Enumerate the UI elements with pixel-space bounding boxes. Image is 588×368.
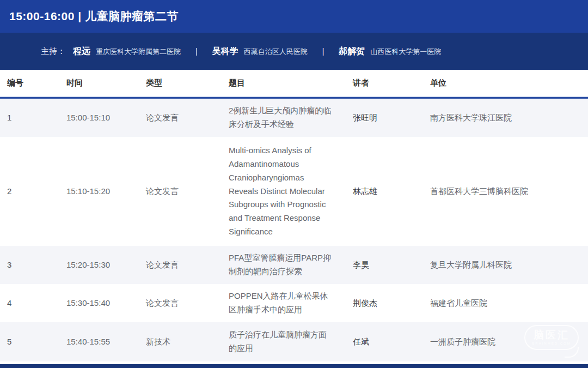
session-schedule-page: 15:00-16:00 | 儿童脑肿瘤第二节 主持： 程远 重庆医科大学附属第二… [0,0,588,368]
moderator-bar: 主持： 程远 重庆医科大学附属第二医院 | 吴科学 西藏自治区人民医院 | 郝解… [0,33,588,70]
cell-speaker: 李昊 [353,258,430,271]
moderator-label: 主持： [41,46,65,57]
cell-type: 论文发言 [146,185,229,197]
column-header: 单位 [430,78,588,88]
cell-title: 2例新生儿巨大颅内肿瘤的临床分析及手术经验 [229,104,353,131]
moderator-item: 程远 重庆医科大学附属第二医院 [73,46,181,57]
cell-type: 论文发言 [146,297,229,309]
cell-unit: 复旦大学附属儿科医院 [430,258,588,271]
table-row: 2 15:10-15:20 论文发言 Multi-omics Analysis … [0,137,588,246]
column-header: 类型 [146,78,229,88]
cell-time: 15:30-15:40 [66,297,146,309]
moderator-separator: | [195,47,198,56]
table-row: 5 15:40-15:55 新技术 质子治疗在儿童脑肿瘤方面的应用 任斌 一洲质… [0,322,588,361]
moderator-affiliation: 重庆医科大学附属第二医院 [96,47,181,57]
cell-time: 15:20-15:30 [66,258,146,271]
column-header: 时间 [66,78,146,88]
cell-type: 新技术 [146,335,229,348]
cell-title: POPPEN入路在儿童松果体区肿瘤手术中的应用 [229,289,353,317]
cell-title: Multi-omics Analysis of Adamantinomatous… [229,144,353,238]
cell-unit: 福建省儿童医院 [430,297,588,309]
cell-unit: 首都医科大学三博脑科医院 [430,185,588,197]
cell-time: 15:10-15:20 [66,185,146,197]
cell-type: 论文发言 [146,258,229,271]
cell-number: 2 [7,185,66,197]
cell-number: 1 [7,111,66,124]
cell-type: 论文发言 [146,111,229,124]
cell-time: 15:00-15:10 [66,111,146,124]
bottom-accent-bar [0,364,588,368]
cell-title: 质子治疗在儿童脑肿瘤方面的应用 [229,328,353,355]
cell-speaker: 荆俊杰 [353,297,430,309]
cell-unit: 一洲质子肿瘤医院 [430,335,588,348]
session-header-bar: 15:00-16:00 | 儿童脑肿瘤第二节 [0,0,588,33]
schedule-table-body: 1 15:00-15:10 论文发言 2例新生儿巨大颅内肿瘤的临床分析及手术经验… [0,99,588,361]
cell-title: PFA型室管膜瘤运用PARP抑制剂的靶向治疗探索 [229,251,353,279]
column-header: 编号 [7,78,66,88]
cell-time: 15:40-15:55 [66,335,146,348]
cell-number: 3 [7,258,66,271]
moderator-name: 吴科学 [212,46,238,57]
cell-speaker: 林志雄 [353,185,430,197]
cell-speaker: 张旺明 [353,111,430,124]
moderator-name: 程远 [73,46,90,57]
column-header: 题目 [229,78,353,88]
cell-unit: 南方医科大学珠江医院 [430,111,588,124]
cell-speaker: 任斌 [353,335,430,348]
column-header: 讲者 [353,78,430,88]
cell-number: 5 [7,335,66,348]
moderator-item: 郝解贺 山西医科大学第一医院 [339,46,441,57]
moderator-list: 程远 重庆医科大学附属第二医院 | 吴科学 西藏自治区人民医院 | 郝解贺 山西… [73,46,441,57]
moderator-item: 吴科学 西藏自治区人民医院 [212,46,308,57]
table-row: 3 15:20-15:30 论文发言 PFA型室管膜瘤运用PARP抑制剂的靶向治… [0,246,588,284]
moderator-affiliation: 山西医科大学第一医院 [370,47,441,57]
table-header-row: 编号时间类型题目讲者单位 [0,70,588,97]
session-title: 15:00-16:00 | 儿童脑肿瘤第二节 [9,9,179,24]
moderator-name: 郝解贺 [339,46,365,57]
cell-number: 4 [7,297,66,309]
table-row: 4 15:30-15:40 论文发言 POPPEN入路在儿童松果体区肿瘤手术中的… [0,284,588,322]
moderator-affiliation: 西藏自治区人民医院 [244,47,308,57]
moderator-separator: | [322,47,324,56]
table-row: 1 15:00-15:10 论文发言 2例新生儿巨大颅内肿瘤的临床分析及手术经验… [0,99,588,137]
